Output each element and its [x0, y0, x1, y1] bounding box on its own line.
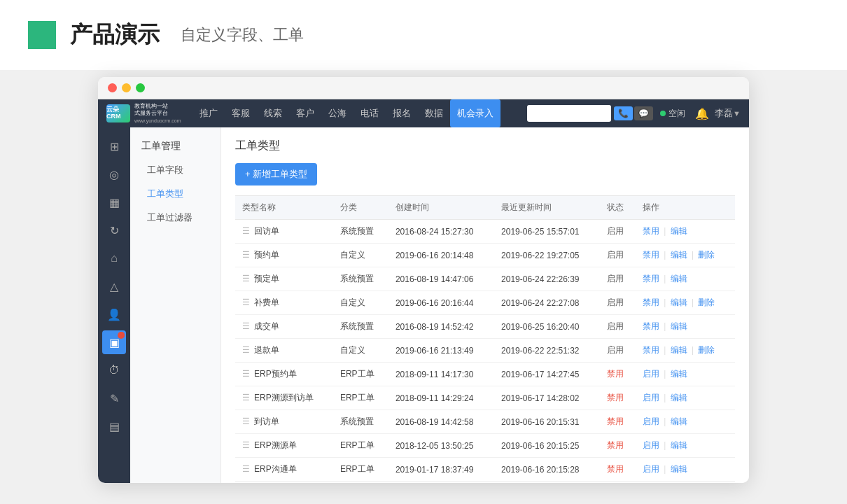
minimize-button[interactable] [122, 83, 131, 92]
action-separator: | [662, 393, 668, 402]
action-编辑-link[interactable]: 编辑 [671, 369, 687, 379]
action-编辑-link[interactable]: 编辑 [671, 298, 687, 307]
row-handle-icon: ☰ [242, 250, 250, 260]
cell-category: 自定义 [333, 244, 388, 267]
status-badge: 启用 [607, 250, 624, 260]
sidebar-icon-shield[interactable]: ◎ [102, 162, 126, 186]
sidebar-icon-clock[interactable]: ⏱ [102, 358, 126, 382]
status-badge: 禁用 [607, 464, 624, 474]
window-titlebar [98, 77, 749, 99]
cell-name: ☰预约单 [235, 244, 333, 267]
nav-item-leads[interactable]: 线索 [257, 99, 289, 127]
sidebar-icon-chart[interactable]: ▦ [102, 190, 126, 214]
action-禁用-link[interactable]: 禁用 [643, 250, 659, 260]
row-handle-icon: ☰ [242, 226, 250, 236]
nav-item-data[interactable]: 数据 [418, 99, 450, 127]
status-badge: 禁用 [607, 369, 624, 379]
cell-updated: 2019-06-25 15:57:01 [494, 220, 600, 244]
cell-category: 系统预置 [333, 410, 388, 434]
nav-search-input[interactable] [527, 105, 611, 122]
page-title: 工单类型 [235, 139, 735, 153]
col-header-created: 创建时间 [388, 196, 494, 220]
action-删除-link[interactable]: 删除 [698, 250, 715, 260]
action-编辑-link[interactable]: 编辑 [671, 416, 687, 426]
crm-logo-text: 教育机构一站 式服务云平台 www.yunduocrm.com [134, 103, 181, 124]
cell-actions: 禁用 | 编辑 [636, 267, 735, 291]
table-row: ☰预约单自定义2019-06-16 20:14:482019-06-22 19:… [235, 244, 735, 267]
left-nav-item-types[interactable]: 工单类型 [130, 182, 220, 206]
nav-user-name[interactable]: 李磊 [715, 107, 733, 120]
nav-item-sea[interactable]: 公海 [321, 99, 354, 127]
notification-bell-icon[interactable]: 🔔 [695, 107, 709, 120]
action-启用-link[interactable]: 启用 [643, 369, 659, 379]
nav-item-promote[interactable]: 推广 [192, 99, 225, 127]
action-禁用-link[interactable]: 禁用 [643, 298, 659, 307]
table-row: ☰ERP沟通单ERP工单2019-01-17 18:37:492019-06-1… [235, 458, 735, 482]
action-编辑-link[interactable]: 编辑 [671, 250, 687, 260]
action-禁用-link[interactable]: 禁用 [643, 345, 659, 355]
cell-status: 禁用 [600, 434, 636, 458]
action-禁用-link[interactable]: 禁用 [643, 321, 659, 331]
action-启用-link[interactable]: 启用 [643, 393, 659, 402]
cell-name: ☰ERP沟通单 [235, 458, 333, 482]
cell-category: ERP工单 [333, 363, 388, 386]
row-handle-icon: ☰ [242, 440, 250, 450]
left-nav-item-fields[interactable]: 工单字段 [130, 158, 220, 182]
action-separator: | [662, 321, 668, 331]
nav-message-button[interactable]: 💬 [634, 106, 653, 120]
cell-category: 自定义 [333, 291, 388, 315]
action-删除-link[interactable]: 删除 [698, 298, 715, 307]
nav-item-signup[interactable]: 报名 [386, 99, 418, 127]
sidebar-icon-grid[interactable]: ⊞ [102, 134, 126, 158]
action-separator: | [690, 298, 696, 307]
sidebar-icon-user[interactable]: 👤 [102, 302, 126, 326]
left-nav-item-filters[interactable]: 工单过滤器 [130, 206, 220, 230]
cell-category: 自定义 [333, 339, 388, 363]
action-编辑-link[interactable]: 编辑 [671, 345, 687, 355]
sidebar-icon-storage[interactable]: ▤ [102, 414, 126, 438]
cell-name: ☰补费单 [235, 291, 333, 315]
action-separator: | [662, 250, 668, 260]
action-启用-link[interactable]: 启用 [643, 440, 659, 450]
cell-updated: 2019-06-17 14:27:45 [494, 363, 600, 386]
action-编辑-link[interactable]: 编辑 [671, 274, 687, 284]
action-删除-link[interactable]: 删除 [698, 345, 715, 355]
action-启用-link[interactable]: 启用 [643, 464, 659, 474]
crm-logo-icon: 云朵CRM [106, 104, 130, 122]
crm-logo: 云朵CRM 教育机构一站 式服务云平台 www.yunduocrm.com [106, 103, 181, 124]
add-type-button[interactable]: + 新增工单类型 [235, 163, 317, 186]
sidebar-icon-bell[interactable]: △ [102, 274, 126, 298]
status-badge: 启用 [607, 345, 624, 355]
nav-phone-button[interactable]: 📞 [614, 106, 633, 120]
action-启用-link[interactable]: 启用 [643, 416, 659, 426]
row-handle-icon: ☰ [242, 274, 250, 284]
action-编辑-link[interactable]: 编辑 [671, 321, 687, 331]
maximize-button[interactable] [136, 83, 145, 92]
nav-item-customers[interactable]: 客户 [289, 99, 321, 127]
table-row: ☰回访单系统预置2016-08-24 15:27:302019-06-25 15… [235, 220, 735, 244]
action-编辑-link[interactable]: 编辑 [671, 464, 687, 474]
close-button[interactable] [108, 83, 117, 92]
action-禁用-link[interactable]: 禁用 [643, 226, 659, 236]
sidebar-icon-home[interactable]: ⌂ [102, 246, 126, 270]
banner-subtitle: 自定义字段、工单 [181, 24, 304, 46]
sidebar-icon-ticket[interactable]: ▣ [102, 330, 126, 354]
cell-status: 禁用 [600, 386, 636, 410]
nav-item-customer-service[interactable]: 客服 [225, 99, 257, 127]
row-handle-icon: ☰ [242, 345, 250, 355]
action-separator: | [690, 250, 696, 260]
action-编辑-link[interactable]: 编辑 [671, 226, 687, 236]
sidebar-icon-pen[interactable]: ✎ [102, 386, 126, 410]
nav-user-chevron-icon[interactable]: ▼ [733, 109, 741, 118]
action-separator: | [690, 345, 696, 355]
action-禁用-link[interactable]: 禁用 [643, 274, 659, 284]
cell-updated: 2019-06-24 22:27:08 [494, 291, 600, 315]
action-编辑-link[interactable]: 编辑 [671, 440, 687, 450]
status-badge: 启用 [607, 226, 624, 236]
cell-created: 2019-06-16 20:14:48 [388, 244, 494, 267]
nav-item-opportunity[interactable]: 机会录入 [450, 99, 500, 127]
workorder-types-table: 类型名称 分类 创建时间 最近更新时间 状态 操作 ☰回访单系统预置2016-0… [235, 195, 735, 482]
sidebar-icon-refresh[interactable]: ↻ [102, 218, 126, 242]
nav-item-phone[interactable]: 电话 [354, 99, 386, 127]
action-编辑-link[interactable]: 编辑 [671, 393, 687, 402]
